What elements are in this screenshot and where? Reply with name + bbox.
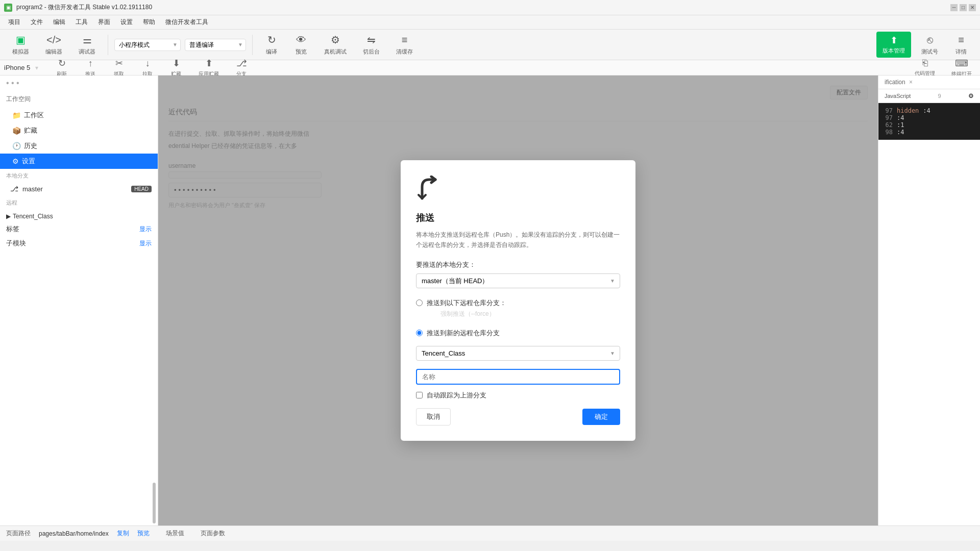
preview-button[interactable]: 👁 预览	[288, 31, 314, 59]
submodule-label: 子模块	[6, 239, 26, 248]
history-icon: 🕐	[12, 142, 21, 150]
bottom-bar: 页面路径 pages/tabBar/home/index 复制 预览 场景值 页…	[0, 525, 980, 541]
window-title: program2 - 微信开发者工具 Stable v1.02.1911180	[16, 3, 946, 12]
debugger-button[interactable]: ⚌ 调试器	[72, 31, 102, 59]
sidebar-scrollbar[interactable]	[153, 483, 156, 523]
sub-toolbar: iPhone 5 ▾ ↻ 刷新 ↑ 推送 ✂ 抓取 ↓ 拉取 ⬇ 贮藏 ⬆ 应用…	[0, 60, 980, 76]
remote-repo-select[interactable]: Tencent_Class	[416, 346, 620, 361]
submodule-show-link[interactable]: 显示	[139, 239, 152, 248]
pull-icon: ↓	[145, 58, 150, 69]
toolbar-separator-2	[252, 35, 253, 55]
track-checkbox[interactable]	[416, 392, 423, 398]
test-label: 测试号	[921, 48, 938, 56]
notification-close-icon[interactable]: ×	[909, 79, 913, 86]
modal-overlay: 推送 将本地分支推送到远程仓库（Push）。如果没有追踪的分支，则可以创建一个远…	[158, 76, 878, 525]
right-panel: ification × JavaScript 9 ⚙ 97 hidden :4 …	[878, 76, 980, 525]
modal-description: 将本地分支推送到远程仓库（Push）。如果没有追踪的分支，则可以创建一个远程仓库…	[416, 230, 620, 249]
menu-help[interactable]: 帮助	[139, 16, 159, 29]
mode-select[interactable]: 小程序模式	[114, 39, 181, 51]
compile-select[interactable]: 普通编译	[185, 39, 246, 51]
confirm-button[interactable]: 确定	[582, 409, 620, 425]
test-button[interactable]: ⎋ 测试号	[915, 31, 944, 59]
remote-repo-select-wrapper[interactable]: Tencent_Class	[416, 346, 620, 361]
apply-store-icon: ⬆	[205, 58, 213, 69]
version-manage-label: 版本管理	[883, 47, 905, 55]
backend-icon: ⇋	[367, 34, 376, 46]
local-branch-select[interactable]: master（当前 HEAD）	[416, 273, 620, 288]
preview-link[interactable]: 预览	[137, 529, 150, 538]
radio-existing-label: 推送到以下远程仓库分支：	[427, 298, 506, 308]
sidebar-workspace-label: 工作区	[24, 111, 44, 120]
page-param-label: 页面参数	[201, 529, 225, 538]
detail-button[interactable]: ≡ 详情	[948, 31, 974, 59]
sidebar-item-stash[interactable]: 📦 贮藏	[0, 123, 158, 138]
content-area: 配置文件 近代代码 在进行提交、拉取、抓取等操作时，将始终使用微信 edenti…	[158, 76, 878, 525]
refresh-icon: ↻	[58, 58, 66, 69]
editor-button[interactable]: </> 编辑器	[39, 31, 68, 59]
menu-interface[interactable]: 界面	[94, 16, 114, 29]
copy-link[interactable]: 复制	[117, 529, 129, 538]
line-num-1: 97	[883, 107, 893, 114]
force-push-label: 强制推送（--force）	[440, 310, 620, 318]
sidebar-item-history[interactable]: 🕐 历史	[0, 138, 158, 154]
menu-settings[interactable]: 设置	[116, 16, 137, 29]
clear-cache-label: 清缓存	[396, 48, 413, 56]
sidebar-item-workspace[interactable]: 📁 工作区	[0, 108, 158, 123]
force-push-area: 强制推送（--force）	[428, 310, 620, 318]
close-button[interactable]: ✕	[969, 4, 976, 11]
mode-select-wrapper[interactable]: 小程序模式	[114, 39, 181, 51]
code-line-3: 62 :1	[883, 121, 976, 129]
branch-name-input[interactable]	[416, 369, 620, 385]
radio-existing-remote[interactable]: 推送到以下远程仓库分支：	[416, 296, 620, 310]
simulator-label: 模拟器	[12, 48, 29, 56]
js-settings-icon[interactable]: ⚙	[968, 92, 974, 99]
local-branch-select-wrapper[interactable]: master（当前 HEAD）	[416, 273, 620, 288]
sidebar-item-settings[interactable]: ⚙ 设置	[0, 154, 158, 169]
sidebar: • • • 工作空间 📁 工作区 📦 贮藏 🕐 历史 ⚙ 设置 本地分支 ⎇ m…	[0, 76, 158, 525]
modal-footer: 取消 确定	[416, 408, 620, 425]
compile-select-wrapper[interactable]: 普通编译	[185, 39, 246, 51]
minimize-button[interactable]: ─	[950, 4, 958, 11]
version-manage-button[interactable]: ⬆ 版本管理	[876, 32, 911, 58]
backend-button[interactable]: ⇋ 切后台	[357, 31, 386, 59]
maximize-button[interactable]: □	[960, 4, 967, 11]
tags-show-link[interactable]: 显示	[139, 225, 152, 234]
cancel-button[interactable]: 取消	[416, 408, 451, 425]
simulator-button[interactable]: ▣ 模拟器	[6, 31, 35, 59]
menu-edit[interactable]: 编辑	[49, 16, 69, 29]
code-manage-icon: ⎗	[922, 58, 928, 68]
code-val-2: :4	[897, 114, 904, 121]
remote-section-title: 远程	[0, 196, 158, 209]
workspace-header: 工作空间	[0, 91, 158, 108]
radio-new-input[interactable]	[416, 330, 423, 336]
compile-button[interactable]: ↻ 编译	[259, 31, 284, 59]
remote-tencent-header[interactable]: ▶ Tencent_Class	[6, 213, 152, 220]
device-test-button[interactable]: ⚙ 真机调试	[318, 31, 353, 59]
preview-label: 预览	[296, 48, 307, 56]
menu-wechat[interactable]: 微信开发者工具	[161, 16, 212, 29]
branch-master[interactable]: ⎇ master HEAD	[0, 182, 158, 196]
device-test-icon: ⚙	[331, 34, 340, 46]
hidden-label-1: hidden	[897, 107, 919, 114]
push-icon: ↑	[88, 58, 93, 69]
toolbar-right: ⬆ 版本管理 ⎋ 测试号 ≡ 详情	[876, 31, 974, 59]
sidebar-settings-label: 设置	[22, 157, 35, 166]
backend-label: 切后台	[363, 48, 380, 56]
js-tab-label: JavaScript	[885, 93, 911, 99]
radio-new-remote[interactable]: 推送到新的远程仓库分支	[416, 327, 620, 340]
code-line-2: 97 :4	[883, 114, 976, 121]
track-checkbox-row: 自动跟踪为上游分支	[416, 391, 620, 400]
version-manage-icon: ⬆	[890, 35, 898, 46]
master-branch-label: master	[22, 185, 43, 193]
window-controls[interactable]: ─ □ ✕	[950, 4, 976, 11]
clear-cache-button[interactable]: ≡ 清缓存	[390, 31, 419, 59]
menu-project[interactable]: 项目	[4, 16, 24, 29]
compile-icon: ↻	[267, 34, 276, 46]
notification-label: ification ×	[885, 79, 913, 86]
debugger-icon: ⚌	[83, 34, 92, 46]
simulator-icon: ▣	[16, 34, 26, 46]
menu-tools[interactable]: 工具	[71, 16, 92, 29]
clear-cache-icon: ≡	[402, 34, 408, 46]
menu-file[interactable]: 文件	[27, 16, 47, 29]
radio-existing-input[interactable]	[416, 299, 423, 306]
